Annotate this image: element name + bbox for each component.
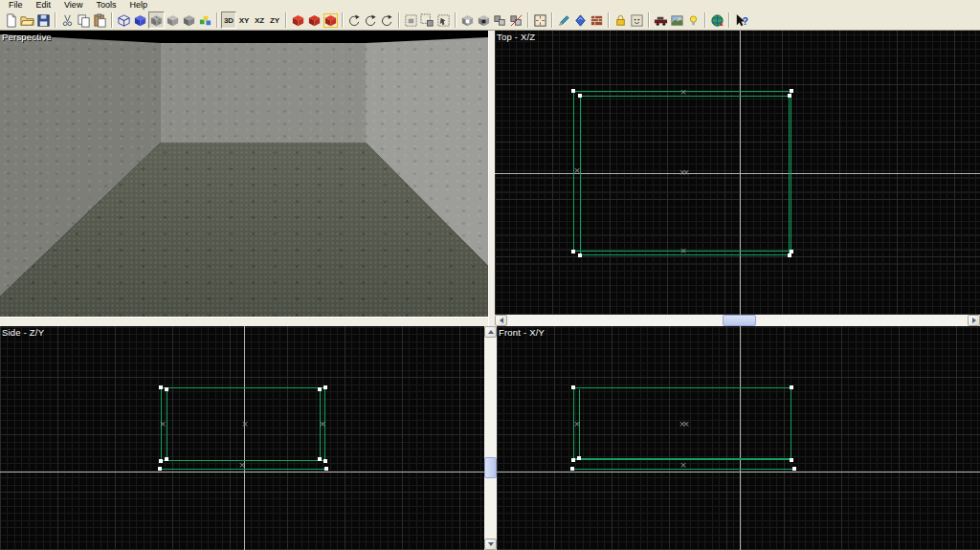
- flat-mode-button[interactable]: [165, 11, 181, 29]
- colored-mode-icon: [198, 13, 212, 28]
- selection-handle[interactable]: [323, 385, 327, 389]
- save-file-button[interactable]: [35, 11, 52, 29]
- copy-button[interactable]: [76, 11, 92, 29]
- selection-handle[interactable]: [158, 467, 162, 471]
- textured-mode-button[interactable]: [148, 11, 165, 29]
- solid-select-button[interactable]: [290, 11, 306, 29]
- v-scrollbar-thumb[interactable]: [484, 457, 497, 478]
- toolbar-separator: [704, 12, 706, 28]
- group-select-button[interactable]: [323, 11, 339, 29]
- menu-tools[interactable]: Tools: [89, 0, 122, 11]
- selection-handle[interactable]: [578, 94, 582, 98]
- selection-mode-a-button[interactable]: [403, 11, 419, 29]
- light-tool-button[interactable]: [685, 11, 702, 29]
- ungroup-button[interactable]: [508, 11, 524, 29]
- selection-handle[interactable]: [318, 387, 322, 391]
- selection-handle[interactable]: [788, 253, 791, 257]
- side-view-v-scrollbar[interactable]: [484, 326, 497, 550]
- run-map-button[interactable]: [709, 11, 725, 29]
- make-hollow-button[interactable]: [476, 11, 492, 29]
- selection-mode-c-button[interactable]: [435, 11, 452, 29]
- selection-handle[interactable]: [323, 459, 327, 463]
- make-hollow-icon: [477, 13, 491, 28]
- origin-marker: ×: [241, 420, 249, 429]
- open-file-button[interactable]: [19, 11, 35, 29]
- brush-edge[interactable]: [167, 389, 167, 459]
- apply-decal-button[interactable]: [572, 11, 589, 29]
- selection-handle[interactable]: [324, 467, 328, 471]
- selection-handle[interactable]: [790, 458, 793, 462]
- texture-fit-button[interactable]: [532, 11, 548, 29]
- texture-browser-button[interactable]: [589, 11, 605, 29]
- texture-lock-icon: [613, 13, 628, 28]
- paste-button[interactable]: [92, 11, 108, 29]
- selection-handle[interactable]: [792, 467, 796, 471]
- run-map-icon: [710, 13, 724, 28]
- group-button[interactable]: [492, 11, 508, 29]
- selection-handle[interactable]: [790, 89, 793, 93]
- view-xz-button[interactable]: XZ: [252, 11, 267, 29]
- apply-decal-icon: [573, 13, 588, 28]
- entity-properties-button[interactable]: [629, 11, 645, 29]
- object-select-icon: [307, 13, 322, 28]
- selection-handle[interactable]: [571, 458, 575, 462]
- selection-handle[interactable]: [578, 253, 582, 257]
- rotate-x-button[interactable]: [346, 11, 363, 29]
- selection-handle[interactable]: [165, 457, 168, 461]
- viewport-front[interactable]: Front - X/Y ××××: [497, 326, 980, 550]
- solid-mode-button[interactable]: [132, 11, 148, 29]
- view-3d-button[interactable]: 3D: [221, 11, 236, 29]
- rotate-y-button[interactable]: [363, 11, 379, 29]
- origin-marker: ×: [682, 168, 690, 177]
- scroll-up-button[interactable]: [484, 326, 497, 338]
- view-zy-button[interactable]: ZY: [267, 11, 282, 29]
- selection-mode-a-icon: [404, 13, 418, 28]
- texture-lock-button[interactable]: [612, 11, 629, 29]
- object-select-button[interactable]: [306, 11, 323, 29]
- wireframe-mode-button[interactable]: [116, 11, 132, 29]
- selection-handle[interactable]: [577, 456, 581, 460]
- context-help-button[interactable]: ?: [733, 11, 749, 29]
- rotate-z-button[interactable]: [379, 11, 395, 29]
- vertical-splitter[interactable]: [488, 31, 495, 326]
- menu-help[interactable]: Help: [122, 0, 154, 11]
- toolbar: 3DXYXZZY?: [0, 11, 980, 31]
- viewport-side[interactable]: Side - Z/Y ××××: [0, 326, 484, 550]
- selection-handle[interactable]: [159, 459, 163, 463]
- view-xy-button[interactable]: XY: [236, 11, 252, 29]
- selection-handle[interactable]: [571, 89, 575, 93]
- apply-texture-button[interactable]: [556, 11, 572, 29]
- scroll-left-button[interactable]: [495, 315, 507, 326]
- context-help-icon: ?: [734, 13, 748, 28]
- cut-button[interactable]: [59, 11, 76, 29]
- top-view-h-scrollbar[interactable]: [495, 315, 980, 326]
- scroll-down-button[interactable]: [484, 539, 497, 550]
- shaded-mode-button[interactable]: [181, 11, 197, 29]
- h-scrollbar-thumb[interactable]: [723, 315, 756, 326]
- selection-mode-b-button[interactable]: [419, 11, 435, 29]
- scroll-right-button[interactable]: [968, 315, 980, 326]
- new-file-button[interactable]: [3, 11, 19, 29]
- run-commands-button[interactable]: [653, 11, 669, 29]
- rotate-x-icon: [347, 13, 362, 28]
- menu-edit[interactable]: Edit: [30, 0, 58, 11]
- light-tool-icon: [686, 13, 701, 28]
- selection-handle[interactable]: [571, 250, 575, 253]
- viewport-perspective[interactable]: Perspective: [0, 31, 488, 317]
- menu-file[interactable]: File: [2, 0, 30, 11]
- selection-handle[interactable]: [165, 387, 168, 391]
- selection-handle[interactable]: [571, 385, 575, 389]
- background-image-button[interactable]: [669, 11, 685, 29]
- selection-handle[interactable]: [790, 385, 793, 389]
- viewport-label-perspective: Perspective: [2, 32, 52, 42]
- colored-mode-button[interactable]: [197, 11, 213, 29]
- toolbar-separator: [608, 12, 610, 28]
- selection-handle[interactable]: [318, 457, 322, 461]
- viewport-top[interactable]: Top - X/Z ×××××: [495, 31, 980, 315]
- menu-view[interactable]: View: [57, 0, 89, 11]
- selection-handle[interactable]: [159, 385, 163, 389]
- carve-button[interactable]: [459, 11, 476, 29]
- selection-handle[interactable]: [570, 467, 574, 471]
- selection-handle[interactable]: [788, 94, 791, 98]
- horizontal-splitter[interactable]: [0, 317, 488, 326]
